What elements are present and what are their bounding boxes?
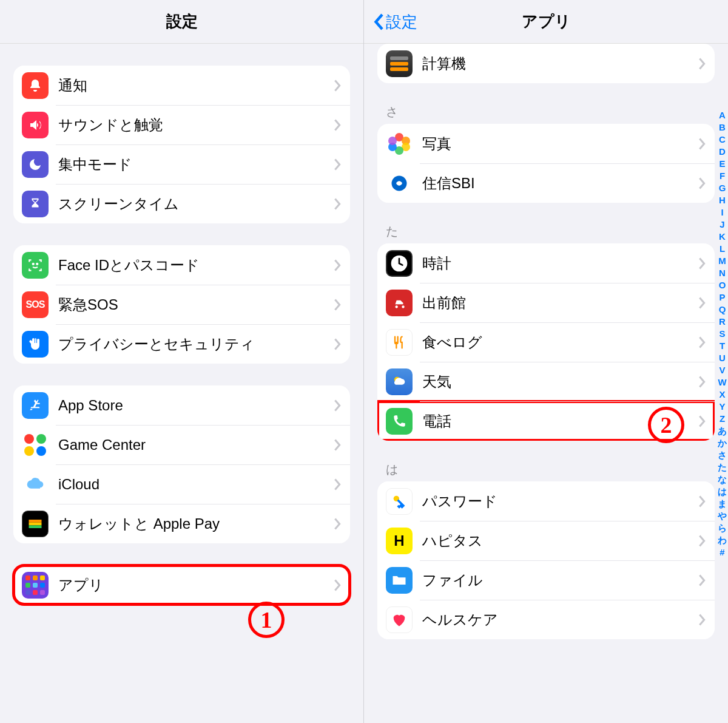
row-tabelog[interactable]: 食べログ <box>377 322 715 362</box>
index-letter[interactable]: T <box>720 340 725 352</box>
row-label: ウォレットと Apple Pay <box>58 514 333 534</box>
index-letter[interactable]: V <box>719 364 725 376</box>
section-header-ha: は <box>377 441 715 481</box>
index-letter[interactable]: C <box>719 134 726 146</box>
row-label: ヘルスケア <box>422 610 698 630</box>
chevron-right-icon <box>333 259 342 272</box>
index-letter[interactable]: Z <box>720 413 725 425</box>
chevron-right-icon <box>698 613 706 626</box>
index-letter[interactable]: B <box>719 121 726 134</box>
index-letter[interactable]: は <box>718 486 727 498</box>
index-letter[interactable]: あ <box>718 425 727 437</box>
index-letter[interactable]: L <box>720 243 725 255</box>
row-demaekan[interactable]: 出前館 <box>377 283 715 322</box>
index-letter[interactable]: や <box>718 510 727 522</box>
chevron-right-icon <box>333 158 342 171</box>
index-letter[interactable]: ま <box>718 498 727 510</box>
row-label: サウンドと触覚 <box>58 115 333 135</box>
row-notifications[interactable]: 通知 <box>13 66 350 105</box>
chevron-right-icon <box>698 137 706 151</box>
row-label: Face IDとパスコード <box>58 256 333 275</box>
hand-icon <box>22 331 49 358</box>
settings-screen: 設定 通知 サウンドと触覚 集中モード <box>0 0 364 723</box>
row-hapitas[interactable]: H ハピタス <box>377 521 715 560</box>
row-label: 計算機 <box>422 54 698 73</box>
index-letter[interactable]: S <box>719 328 725 340</box>
row-label: パスワード <box>422 492 698 511</box>
index-letter[interactable]: E <box>719 158 725 170</box>
index-letter[interactable]: N <box>719 267 726 279</box>
apps-content: 計算機 さ 写真 <box>364 44 728 657</box>
index-letter[interactable]: X <box>719 389 725 401</box>
index-letter[interactable]: H <box>719 194 726 206</box>
chevron-right-icon <box>333 579 342 592</box>
row-label: 写真 <box>422 134 698 154</box>
index-letter[interactable]: ら <box>718 522 727 534</box>
index-letter[interactable]: Q <box>719 304 726 316</box>
index-letter[interactable]: O <box>719 279 726 291</box>
index-letter[interactable]: A <box>719 109 726 121</box>
index-letter[interactable]: Y <box>719 401 725 413</box>
settings-group-apps: アプリ <box>13 565 350 605</box>
index-letter[interactable]: K <box>719 231 726 243</box>
header: 設定 <box>0 0 363 44</box>
speaker-icon <box>22 112 49 138</box>
back-button[interactable]: 設定 <box>372 0 417 44</box>
index-letter[interactable]: R <box>719 316 726 328</box>
row-focus[interactable]: 集中モード <box>13 144 350 184</box>
row-clock[interactable]: 時計 <box>377 243 715 283</box>
chevron-right-icon <box>333 298 342 311</box>
index-letter[interactable]: F <box>720 170 725 182</box>
row-health[interactable]: ヘルスケア <box>377 600 715 639</box>
row-privacy[interactable]: プライバシーとセキュリティ <box>13 324 350 364</box>
row-files[interactable]: ファイル <box>377 560 715 600</box>
index-letter[interactable]: P <box>719 291 725 304</box>
tabelog-icon <box>386 329 413 356</box>
index-letter[interactable]: わ <box>718 534 727 546</box>
row-photos[interactable]: 写真 <box>377 124 715 163</box>
sos-icon: SOS <box>22 291 49 318</box>
row-sbi[interactable]: 住信SBI <box>377 163 715 203</box>
row-weather[interactable]: 天気 <box>377 362 715 401</box>
row-sound[interactable]: サウンドと触覚 <box>13 105 350 144</box>
chevron-right-icon <box>698 415 706 428</box>
svg-point-1 <box>36 263 38 264</box>
row-screentime[interactable]: スクリーンタイム <box>13 184 350 223</box>
callout-badge-2: 2 <box>648 407 684 443</box>
apps-group-ha: パスワード H ハピタス ファイル ヘルスケア <box>377 481 715 639</box>
index-letter[interactable]: J <box>720 219 724 231</box>
index-letter[interactable]: た <box>718 461 727 474</box>
chevron-right-icon <box>698 57 706 70</box>
index-letter[interactable]: # <box>720 546 724 558</box>
alphabet-index[interactable]: ABCDEFGHIJKLMNOPQRSTUVWXYZあかさたなはまやらわ# <box>718 109 727 558</box>
index-letter[interactable]: さ <box>718 449 727 461</box>
row-appstore[interactable]: App Store <box>13 385 350 425</box>
row-wallet[interactable]: ウォレットと Apple Pay <box>13 504 350 543</box>
chevron-right-icon <box>333 517 342 531</box>
settings-group-1: 通知 サウンドと触覚 集中モード スクリ <box>13 66 350 223</box>
chevron-right-icon <box>333 118 342 132</box>
row-calculator[interactable]: 計算機 <box>377 44 715 83</box>
cloud-icon <box>22 471 49 498</box>
index-letter[interactable]: G <box>719 182 726 194</box>
index-letter[interactable]: U <box>719 352 726 364</box>
faceid-icon <box>22 252 49 279</box>
row-label: 天気 <box>422 372 698 392</box>
index-letter[interactable]: I <box>721 206 723 219</box>
index-letter[interactable]: M <box>718 255 726 267</box>
index-letter[interactable]: な <box>718 474 727 486</box>
chevron-right-icon <box>698 336 706 349</box>
index-letter[interactable]: か <box>718 437 727 449</box>
index-letter[interactable]: W <box>718 376 726 389</box>
row-passwords[interactable]: パスワード <box>377 481 715 521</box>
row-faceid[interactable]: Face IDとパスコード <box>13 245 350 285</box>
row-sos[interactable]: SOS 緊急SOS <box>13 285 350 324</box>
gamecenter-icon <box>22 432 49 458</box>
row-gamecenter[interactable]: Game Center <box>13 425 350 464</box>
header: 設定 アプリ <box>364 0 728 44</box>
row-icloud[interactable]: iCloud <box>13 464 350 504</box>
row-label: 緊急SOS <box>58 295 333 314</box>
index-letter[interactable]: D <box>719 146 726 158</box>
row-apps[interactable]: アプリ <box>13 565 350 605</box>
row-label: スクリーンタイム <box>58 194 333 214</box>
